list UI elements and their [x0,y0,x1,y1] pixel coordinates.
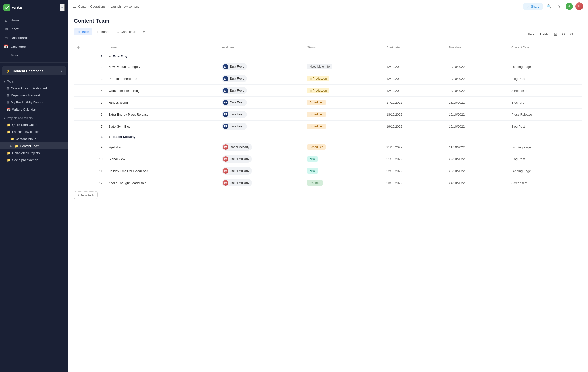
table-row[interactable]: 6 Extra-Energy Press Release EF Ezra Flo… [74,109,582,120]
workspace-item[interactable]: ⚡ Content Operations ▾ [2,66,66,75]
assignee-chip[interactable]: EF Ezra Floyd [222,75,247,82]
assignee-chip[interactable]: IM Isabel Mccarty [222,155,252,163]
col-header-content-type[interactable]: Content Type [508,43,582,52]
sidebar-item-inbox[interactable]: ✉ Inbox [0,25,68,33]
table-row[interactable]: 10 Global View IM Isabel Mccarty New 21/… [74,153,582,165]
sidebar-item-department-request[interactable]: ⊞ Department Request [0,92,68,99]
task-name-cell[interactable]: Global View [106,153,219,165]
undo-button[interactable]: ↺ [561,31,566,37]
status-badge[interactable]: In Production [307,88,329,93]
table-row[interactable]: 11 Holiday Email for GoodFood IM Isabel … [74,165,582,177]
new-task-button[interactable]: + New task [74,191,98,199]
fields-button[interactable]: Fields [539,32,550,37]
sidebar-item-content-team[interactable]: ▶ 📁 Content Team [0,142,68,149]
table-row[interactable]: 12 Apollo Thought Leadership IM Isabel M… [74,177,582,189]
sidebar-item-writers-calendar[interactable]: 📅 Writers Calendar [0,106,68,113]
task-name-cell[interactable]: Work from Home Blog [106,85,219,97]
due-date-cell: 12/10/2022 [446,61,508,73]
task-name-cell[interactable]: Slate-Gym Blog [106,120,219,132]
status-badge[interactable]: In Production [307,76,329,81]
assignee-chip[interactable]: EF Ezra Floyd [222,123,247,130]
content-type-cell: Landing Page [508,141,582,153]
assignee-chip[interactable]: EF Ezra Floyd [222,63,247,70]
projects-section-header[interactable]: ▾ Projects and folders [0,115,68,121]
start-date-cell: 21/10/2022 [384,153,446,165]
tools-section-header[interactable]: ▾ Tools [0,78,68,85]
sidebar-item-content-intake[interactable]: 📁 Content Intake [0,135,68,142]
sidebar-item-see-pro[interactable]: 📁 See a pro example [0,157,68,164]
col-header-assignee[interactable]: Assignee [219,43,304,52]
layout-icon-button[interactable]: ⊟ [553,31,558,37]
assignee-chip[interactable]: EF Ezra Floyd [222,111,247,118]
table-group-row[interactable]: 8 ▶ Isabel Mccarty [74,132,582,141]
breadcrumb-parent[interactable]: Content Operations [78,5,106,8]
table-group-row[interactable]: 1 ▶ Ezra Floyd [74,52,582,61]
col-header-num [84,43,106,52]
status-badge[interactable]: Scheduled [307,144,326,150]
col-header-due-date[interactable]: Due date [446,43,508,52]
status-badge[interactable]: Planned [307,180,323,186]
group-expand-icon[interactable]: ▶ [109,135,110,138]
task-name-cell[interactable]: Draft for Fitness 123 [106,73,219,85]
status-badge[interactable]: Scheduled [307,112,326,117]
task-name-cell[interactable]: Holiday Email for GoodFood [106,165,219,177]
filters-button[interactable]: Filters [524,32,536,37]
assignee-avatar: EF [223,88,228,93]
assignee-chip[interactable]: EF Ezra Floyd [222,87,247,94]
row-settings-cell [74,165,84,177]
status-badge[interactable]: New [307,156,318,162]
tabs-toolbar: ⊞ Table ⊟ Board ≡ Gantt chart + Filters … [74,28,582,40]
col-header-status[interactable]: Status [304,43,384,52]
user-avatar[interactable]: U [575,2,583,10]
redo-button[interactable]: ↻ [569,31,574,37]
assignee-chip[interactable]: IM Isabel Mccarty [222,143,252,151]
table-row[interactable]: 5 Fitness World EF Ezra Floyd Scheduled … [74,97,582,109]
status-cell: New [304,153,384,165]
group-expand-icon[interactable]: ▶ [109,55,110,58]
table-row[interactable]: 7 Slate-Gym Blog EF Ezra Floyd Scheduled… [74,120,582,132]
task-name-cell[interactable]: Extra-Energy Press Release [106,109,219,120]
table-row[interactable]: 9 Zip-Urban... IM Isabel Mccarty Schedul… [74,141,582,153]
task-name-cell[interactable]: Apollo Thought Leadership [106,177,219,189]
tab-board[interactable]: ⊟ Board [94,28,113,35]
sidebar-item-productivity-dashboard[interactable]: ⊞ My Productivity Dashbo... [0,99,68,106]
table-row[interactable]: 4 Work from Home Blog EF Ezra Floyd In P… [74,85,582,97]
tab-table[interactable]: ⊞ Table [74,28,93,35]
status-cell: New [304,165,384,177]
sidebar-item-dashboards[interactable]: ⊞ Dashboards [0,33,68,42]
status-badge[interactable]: New [307,168,318,174]
table-row[interactable]: 2 New Product Category EF Ezra Floyd Nee… [74,61,582,73]
sidebar-item-completed-projects[interactable]: 📁 Completed Projects [0,149,68,157]
sidebar-item-content-team-dashboard[interactable]: ⊞ Content Team Dashboard [0,85,68,92]
settings-icon[interactable]: ⚙ [77,45,80,49]
sidebar-item-quick-start[interactable]: 📁 Quick Start Guide [0,121,68,128]
assignee-chip[interactable]: IM Isabel Mccarty [222,167,252,175]
status-badge[interactable]: Scheduled [307,100,326,105]
assignee-chip[interactable]: EF Ezra Floyd [222,99,247,106]
collapse-sidebar-button[interactable]: « [60,4,65,11]
col-header-name[interactable]: Name [106,43,219,52]
status-badge[interactable]: Scheduled [307,124,326,129]
add-button[interactable]: + [566,3,573,10]
task-name-cell[interactable]: Fitness World [106,97,219,109]
add-view-button[interactable]: + [141,28,147,35]
sidebar-item-launch-new-content[interactable]: 📁 Launch new content [0,128,68,135]
sidebar-item-home[interactable]: ⌂ Home [0,16,68,25]
task-name-cell[interactable]: Zip-Urban... [106,141,219,153]
table-row[interactable]: 3 Draft for Fitness 123 EF Ezra Floyd In… [74,73,582,85]
sidebar-item-more[interactable]: ··· More [0,51,68,59]
start-date-cell: 12/10/2022 [384,85,446,97]
more-options-button[interactable]: ··· [577,31,582,37]
share-button[interactable]: ↗ Share [523,3,543,10]
row-number: 10 [84,153,106,165]
col-header-start-date[interactable]: Start date [384,43,446,52]
hamburger-icon[interactable]: ☰ [73,4,76,9]
assignee-chip[interactable]: IM Isabel Mccarty [222,179,252,186]
row-settings-cell [74,85,84,97]
tab-gantt[interactable]: ≡ Gantt chart [114,28,140,35]
help-button[interactable]: ? [555,2,563,10]
task-name-cell[interactable]: New Product Category [106,61,219,73]
sidebar-item-calendars[interactable]: 📅 Calendars [0,42,68,51]
search-button[interactable]: 🔍 [545,2,553,10]
status-badge[interactable]: Need More Info [307,64,332,69]
